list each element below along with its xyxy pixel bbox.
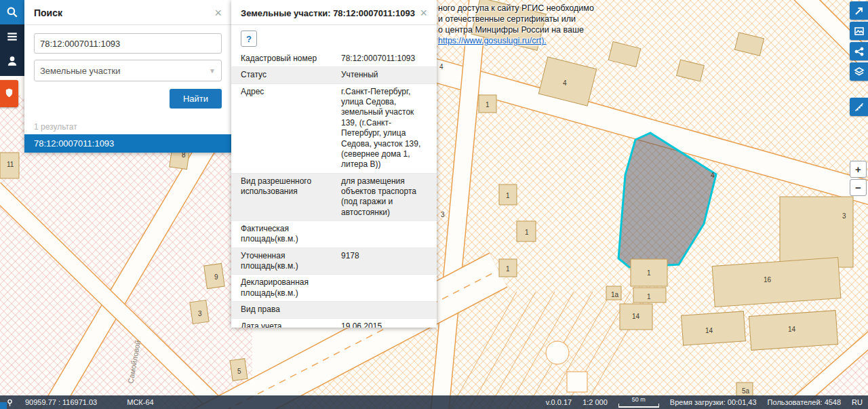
search-panel: Поиск × Земельные участки ▼ Найти 1 резу… (24, 0, 231, 153)
search-icon (6, 6, 18, 18)
details-row: Фактическая площадь(кв.м.) (231, 221, 437, 248)
building-number-label: 3 (842, 212, 846, 220)
emblem-icon (4, 87, 14, 100)
attribute-value: г.Санкт-Петербург, улица Седова, земельн… (340, 84, 437, 173)
rgis-app: 11893543111144111а1414141635а Самойловой… (0, 0, 868, 409)
building-number-label: 14 (705, 327, 713, 334)
building-number-label: 1а (611, 291, 619, 298)
close-icon[interactable]: × (213, 7, 223, 19)
building-number-label: 14 (632, 313, 640, 320)
zoom-out-button[interactable]: − (850, 179, 867, 196)
map-image-icon (854, 26, 865, 37)
notice-line: о центра Минцифры России на ваше (438, 24, 609, 35)
building-number-label: 5а (742, 387, 750, 395)
attribute-value (340, 275, 437, 301)
attribute-label: Статус (231, 67, 340, 83)
menu-icon (6, 31, 18, 43)
search-result-item[interactable]: 78:12:0007011:1093 (24, 134, 231, 153)
language-toggle[interactable]: RU (852, 398, 863, 406)
share-icon (854, 46, 865, 57)
building-number-label: 1 (486, 101, 490, 109)
users-count-label: Пользователей: 4548 (768, 398, 842, 406)
results-count: 1 результат (24, 115, 231, 134)
attribute-label: Вид права (231, 302, 340, 317)
building-number-label: 3 (441, 211, 445, 218)
export-icon (854, 5, 865, 16)
building-number-label: 16 (764, 276, 772, 284)
details-row: СтатусУчтенный (231, 67, 437, 83)
emblem-button[interactable] (0, 80, 18, 107)
scale-label[interactable]: 1:2 000 (583, 398, 608, 406)
layers-button[interactable] (850, 62, 868, 81)
building-number-label: 1 (525, 229, 529, 236)
corner-accent (0, 402, 7, 409)
building-number-label: 9 (214, 273, 218, 281)
zoom-in-button[interactable]: + (850, 161, 867, 178)
details-row: Уточненная площадь(кв.м.)9178 (231, 248, 437, 275)
details-table: Кадастровый номер78:12:0007011:1093Стату… (231, 51, 437, 328)
version-label: v.0.0.17 (546, 398, 572, 406)
attribute-value (340, 302, 437, 317)
building-number-label: 1 (506, 192, 510, 199)
find-button[interactable]: Найти (170, 89, 222, 109)
building-number-label: 11 (7, 161, 14, 168)
details-row: Вид разрешенного использованиядля размещ… (231, 174, 437, 221)
status-bar: 90959.77 : 116971.03 МСК-64 v.0.0.17 1:2… (0, 395, 868, 409)
attribute-label: Уточненная площадь(кв.м.) (231, 248, 340, 275)
search-button[interactable] (0, 0, 24, 24)
user-button[interactable] (0, 49, 24, 73)
attribute-label: Фактическая площадь(кв.м.) (231, 221, 340, 248)
details-row: Адресг.Санкт-Петербург, улица Седова, зе… (231, 84, 437, 174)
building-number-label: 4 (711, 172, 715, 179)
attribute-label: Дата учета (231, 319, 340, 328)
scale-bar-label: 50 m (632, 397, 646, 403)
details-row: Вид права (231, 302, 437, 318)
attribute-label: Вид разрешенного использования (231, 174, 340, 220)
attribute-value: для размещения объектов траспорта (под г… (340, 174, 437, 220)
building-number-label: 1 (506, 265, 510, 273)
help-button[interactable]: ? (241, 31, 257, 47)
building-number-label: 1 (647, 293, 651, 300)
building-number-label: 1 (647, 269, 651, 277)
menu-button[interactable] (0, 24, 24, 49)
load-time-label: Время загрузки: 00:01,43 (670, 398, 757, 406)
building-number-label: 14 (788, 326, 796, 333)
share-button[interactable] (850, 42, 868, 60)
measure-button[interactable] (850, 98, 868, 116)
chevron-down-icon: ▼ (209, 67, 216, 75)
search-type-value: Земельные участки (40, 66, 120, 76)
map-image-button[interactable] (850, 22, 868, 40)
user-icon (6, 55, 18, 67)
crs-label: МСК-64 (127, 398, 153, 406)
cursor-coordinates: 90959.77 : 116971.03 (25, 398, 97, 406)
scale-bar: 50 m (618, 397, 659, 408)
attribute-value: Учтенный (340, 67, 437, 83)
attribute-value: 19.06.2015 (340, 319, 437, 328)
details-row: Декларированная площадь(кв.м.) (231, 275, 437, 302)
gosuslugi-link[interactable]: https://www.gosuslugi.ru/crt). (438, 36, 547, 45)
certificate-notice: ного доступа к сайту РГИС необходимо и о… (438, 3, 609, 46)
left-toolbar (0, 0, 24, 76)
details-panel-title: Земельные участки: 78:12:0007011:1093 (241, 8, 415, 18)
details-panel: Земельные участки: 78:12:0007011:1093 × … (231, 0, 437, 328)
export-button[interactable] (850, 1, 868, 20)
notice-line: и отечественные сертификаты или (438, 14, 609, 24)
building-number-label: 5 (237, 368, 241, 375)
notice-line: ного доступа к сайту РГИС необходимо (438, 3, 609, 14)
measure-icon (854, 102, 865, 113)
layers-icon (854, 66, 865, 77)
search-type-select[interactable]: Земельные участки ▼ (34, 60, 222, 81)
attribute-label: Адрес (231, 84, 340, 173)
zoom-control: + − (850, 161, 867, 196)
details-row: Дата учета19.06.2015 (231, 319, 437, 328)
attribute-label: Декларированная площадь(кв.м.) (231, 275, 340, 301)
search-panel-title: Поиск (34, 7, 62, 18)
building-number-label: 4 (563, 79, 567, 87)
attribute-value: 78:12:0007011:1093 (340, 51, 437, 66)
building-number-label: 4 (439, 63, 443, 71)
close-icon[interactable]: × (418, 7, 429, 19)
building-number-label: 3 (198, 310, 202, 317)
right-toolbar (850, 1, 868, 116)
attribute-value: 9178 (340, 248, 437, 275)
search-input[interactable] (34, 33, 222, 54)
